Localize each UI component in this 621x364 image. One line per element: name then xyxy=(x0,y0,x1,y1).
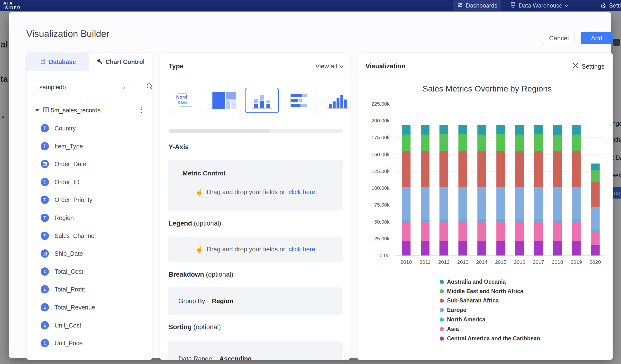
chart-title: Sales Metrics Overtime by Regions xyxy=(358,84,613,93)
legend-item[interactable]: Sub-Saharan Africa xyxy=(440,296,540,306)
legend-dropzone[interactable]: ☝ Drag and drop your fields or click her… xyxy=(168,237,343,262)
field-item-region[interactable]: TRegion xyxy=(27,209,152,227)
settings-button[interactable]: Settings xyxy=(572,63,604,70)
bar-segment xyxy=(402,125,411,135)
stacked-bar-2014[interactable] xyxy=(477,104,486,256)
nav-item-data-warehouse[interactable]: Data Warehouse xyxy=(510,0,568,11)
sorting-heading: Sorting (optional) xyxy=(169,323,221,331)
bar-segment xyxy=(591,230,600,232)
sorting-field-label[interactable]: Data Range xyxy=(178,355,212,360)
bar-segment xyxy=(534,220,543,222)
tab-chart-control[interactable]: Chart Control xyxy=(89,53,152,71)
bar-segment xyxy=(553,241,562,256)
chart-type-treemap[interactable] xyxy=(207,88,241,113)
legend-item[interactable]: Asia xyxy=(440,324,540,334)
bar-segment xyxy=(458,125,467,134)
legend-item[interactable]: Central America and the Caribbean xyxy=(440,334,540,343)
stacked-bar-2015[interactable] xyxy=(496,104,505,256)
bar-segment xyxy=(421,220,430,222)
field-item-total_profit[interactable]: 1Total_Profit xyxy=(27,280,152,298)
drag-hand-icon: ☝ xyxy=(195,188,203,196)
field-item-sales_channel[interactable]: TSales_Channel xyxy=(27,227,152,245)
x-tick-label: 2018 xyxy=(552,259,563,265)
field-item-ship_date[interactable]: Ship_Date xyxy=(27,244,152,262)
stacked-bar-2019[interactable] xyxy=(572,104,581,256)
field-item-order_date[interactable]: Order_Date xyxy=(27,155,152,173)
kebab-menu-icon[interactable]: ⋮ xyxy=(138,105,145,114)
click-here-link[interactable]: click here xyxy=(289,188,315,196)
add-button[interactable]: Add xyxy=(581,32,613,44)
chart-type-word-cloud[interactable]: Nord Cloud xyxy=(169,88,203,113)
tab-database[interactable]: Database xyxy=(27,53,89,71)
bar-segment xyxy=(515,125,524,134)
field-item-country[interactable]: TCountry xyxy=(27,119,152,137)
search-icon[interactable] xyxy=(146,83,152,91)
field-type-date-icon xyxy=(41,249,49,258)
table-icon xyxy=(43,106,49,114)
field-item-item_type[interactable]: TItem_Type xyxy=(27,137,152,155)
bar-segment xyxy=(572,241,581,256)
table-name[interactable]: 5m_sales_records xyxy=(51,107,101,114)
legend-color-dot xyxy=(440,289,444,294)
stacked-bar-2016[interactable] xyxy=(515,104,524,256)
stacked-bar-2018[interactable] xyxy=(553,104,562,256)
bar-segment xyxy=(421,222,430,241)
field-item-order_id[interactable]: 1Order_ID xyxy=(27,173,152,191)
y-tick-label: 100.00k xyxy=(371,185,390,191)
click-here-link[interactable]: click here xyxy=(289,245,315,253)
stacked-bar-2017[interactable] xyxy=(534,104,543,256)
group-by-label[interactable]: Group By xyxy=(178,297,205,305)
y-tick-label: 225.00k xyxy=(371,101,390,107)
stacked-bar-2010[interactable] xyxy=(402,104,411,256)
chart-type-stacked-bar[interactable] xyxy=(283,88,317,113)
breakdown-dropzone[interactable]: Group By Region xyxy=(168,287,343,315)
chart-type-stacked-column[interactable] xyxy=(245,88,279,113)
y-tick-label: 175.00k xyxy=(371,135,390,140)
sorting-optional-text: (optional) xyxy=(193,323,221,331)
metric-control-title: Metric Control xyxy=(183,170,343,177)
legend-optional-text: (optional) xyxy=(194,220,222,227)
database-select[interactable]: sampledb xyxy=(35,80,130,94)
bar-segment xyxy=(421,135,430,151)
chart-type-column[interactable] xyxy=(321,88,350,113)
bar-segment xyxy=(591,170,600,182)
sorting-row[interactable]: Data Range Ascending xyxy=(168,341,343,360)
sorting-direction-value[interactable]: Ascending xyxy=(220,355,252,360)
stacked-bar-2011[interactable] xyxy=(421,104,430,256)
legend-color-dot xyxy=(440,327,444,331)
scrollbar-thumb[interactable] xyxy=(169,129,270,133)
bar-segment xyxy=(515,220,524,222)
nav-item-dashboards[interactable]: Dashboards xyxy=(453,0,501,11)
bar-segment xyxy=(572,222,581,241)
metric-control-dropzone[interactable]: Metric Control ☝ Drag and drop your fiel… xyxy=(168,160,343,211)
field-label: Country xyxy=(54,125,76,132)
nav-item-settings[interactable]: ⚙ Setti xyxy=(600,0,621,11)
view-all-button[interactable]: View all xyxy=(291,63,343,70)
field-item-unit_cost[interactable]: 1Unit_Cost xyxy=(27,316,152,334)
group-by-value[interactable]: Region xyxy=(212,297,233,305)
legend-item[interactable]: Middle East and North Africa xyxy=(440,287,540,296)
bar-segment xyxy=(477,241,486,256)
cancel-button[interactable]: Cancel xyxy=(543,32,575,44)
stacked-bar-2012[interactable] xyxy=(439,104,448,256)
field-item-unit_price[interactable]: 1Unit_Price xyxy=(27,334,152,352)
caret-down-icon[interactable] xyxy=(35,109,39,112)
database-panel: Database Chart Control sampledb xyxy=(26,52,152,360)
stacked-bar-2013[interactable] xyxy=(458,104,467,256)
horizontal-scrollbar[interactable] xyxy=(169,129,343,133)
bar-segment xyxy=(402,220,411,222)
field-item-total_revenue[interactable]: 1Total_Revenue xyxy=(27,298,152,316)
field-item-total_cost[interactable]: 1Total_Cost xyxy=(27,262,152,280)
legend-item[interactable]: Europe xyxy=(440,305,540,315)
legend-item[interactable]: Australia and Oceania xyxy=(440,277,540,287)
y-tick-label: 75.00k xyxy=(374,202,390,208)
legend-label: Europe xyxy=(447,307,466,313)
field-item-order_priority[interactable]: TOrder_Priority xyxy=(27,191,152,209)
legend-item[interactable]: North America xyxy=(440,315,540,324)
bar-segment xyxy=(591,163,600,170)
bar-segment xyxy=(496,151,505,187)
bar-segment xyxy=(534,134,543,151)
bar-segment xyxy=(421,187,430,220)
bar-segment xyxy=(496,134,505,151)
stacked-bar-2020[interactable] xyxy=(591,104,600,256)
